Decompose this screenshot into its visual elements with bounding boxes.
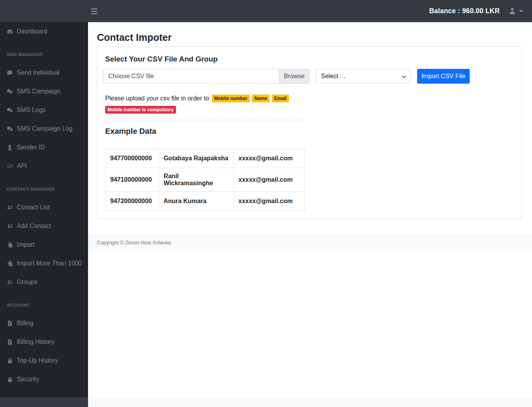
svg-text:$: $	[9, 341, 11, 344]
sidebar-item-label: API	[17, 161, 82, 171]
lock-icon	[6, 358, 14, 364]
sidebar-item-label: Send Individual	[17, 68, 82, 77]
chevron-down-icon	[402, 74, 407, 81]
page-title: Contact Impoter	[97, 33, 522, 42]
sidebar-item-label: Groups	[17, 277, 82, 287]
user-secret-icon	[6, 144, 14, 151]
sidebar-item-label: Add Contact	[17, 221, 82, 231]
sidebar-item-contact-list[interactable]: Contact List	[0, 198, 88, 217]
hint-text: Please upload your csv file in order to	[105, 95, 209, 102]
users-icon	[6, 204, 14, 211]
order-badge: Email	[272, 95, 289, 102]
sidebar-section-header: CONTACT MANAGER	[0, 175, 88, 198]
sidebar-item-label: Top-Up History	[17, 356, 82, 365]
instructions-column: Please upload your csv file in order to …	[105, 95, 305, 211]
sidebar-item-label: Sender ID	[17, 143, 82, 152]
table-cell: 947100000000	[106, 168, 159, 192]
sidebar-item-import-more-than-1000[interactable]: Import More Than 1000	[0, 254, 88, 273]
caret-down-icon	[519, 10, 523, 12]
table-cell: 947200000000	[106, 192, 159, 211]
topbar: Balance : 960.00 LKR	[0, 0, 532, 22]
users-icon	[6, 223, 14, 230]
group-select[interactable]: Select . .	[316, 69, 411, 84]
sidebar-item-add-contact[interactable]: Add Contact	[0, 217, 88, 235]
sidebar-item-send-individual[interactable]: Send Individual	[0, 63, 88, 82]
group-select-value: Select . .	[321, 73, 345, 80]
browse-button[interactable]: Browse	[279, 69, 309, 83]
sidebar-item-security[interactable]: Security	[0, 370, 88, 389]
comments-icon	[6, 126, 14, 132]
file-import-icon	[6, 242, 14, 248]
main-area: Contact Impoter Select Your CSV File And…	[88, 22, 532, 397]
sidebar-item-billing-history[interactable]: $Billing History	[0, 333, 88, 351]
lock-icon	[6, 376, 14, 383]
bars-icon	[91, 13, 97, 14]
table-cell: xxxxx@gmail.com	[234, 192, 305, 211]
table-cell: Gotabaya Rajapaksha	[159, 149, 233, 168]
user-icon	[508, 7, 516, 15]
users-cog-icon	[6, 279, 14, 286]
file-import-icon	[6, 260, 14, 267]
sidebar-item-dashboard[interactable]: Dashboard	[0, 22, 88, 41]
sidebar-item-label: Import More Than 1000	[17, 259, 82, 268]
sidebar-item-sender-id[interactable]: Sender ID	[0, 138, 88, 157]
sidebar-item-billing[interactable]: $Billing	[0, 314, 88, 333]
file-invoice-icon: $	[6, 320, 14, 327]
import-card: Select Your CSV File And Group Choose CS…	[97, 46, 522, 219]
example-data-heading: Example Data	[105, 126, 305, 136]
warning-line: Mobile number is compulsory	[105, 106, 305, 114]
comments-icon	[6, 88, 14, 95]
sidebar-footer-strip	[0, 397, 88, 407]
sidebar-item-sms-campaign-log[interactable]: SMS Campaign Log	[0, 119, 88, 138]
menu-toggle-button[interactable]	[91, 9, 97, 14]
table-cell: xxxxx@gmail.com	[234, 168, 305, 192]
app-screen: Balance : 960.00 LKR DashboardSMS MANAGE…	[0, 0, 532, 407]
divider	[105, 120, 305, 120]
sidebar-item-label: SMS Logs	[17, 105, 82, 115]
comment-icon	[6, 70, 14, 76]
table-row: 947100000000Ranil Wickramasinghexxxxx@gm…	[106, 168, 305, 192]
comments-icon	[6, 107, 14, 114]
file-invoice-icon: $	[6, 339, 14, 346]
hint-line: Please upload your csv file in order to …	[105, 95, 305, 102]
table-cell: Anura Kumara	[159, 192, 233, 211]
dashboard-icon	[6, 28, 14, 35]
svg-text:$: $	[9, 323, 11, 326]
sidebar-section-header: ACCOUNT	[0, 291, 88, 314]
table-row: 947200000000Anura Kumaraxxxxx@gmail.com	[106, 192, 305, 211]
sidebar-item-sms-logs[interactable]: SMS Logs	[0, 101, 88, 119]
csv-file-placeholder: Choose CSV file	[104, 69, 280, 83]
sidebar-item-label: Billing	[17, 319, 82, 328]
csv-file-input[interactable]: Choose CSV file Browse	[103, 69, 310, 84]
table-cell: 947700000000	[106, 149, 159, 168]
code-icon	[6, 163, 14, 170]
sidebar-nav: DashboardSMS MANAGERSend IndividualSMS C…	[0, 22, 88, 397]
sidebar-item-label: Security	[17, 375, 82, 384]
sidebar-item-sms-campaign[interactable]: SMS Campaign	[0, 82, 88, 101]
bars-icon	[91, 9, 97, 9]
order-badges: Mobile numberNameEmail	[212, 95, 289, 102]
order-badge: Mobile number	[212, 95, 250, 102]
copyright-text: Copyright © Zircon Host Srilanka	[97, 240, 171, 246]
page-bottom-strip	[88, 397, 532, 407]
sidebar-item-api[interactable]: API	[0, 157, 88, 175]
sidebar-item-import[interactable]: Import	[0, 235, 88, 254]
sidebar-section-header: SMS MANAGER	[0, 41, 88, 63]
example-table-body: 947700000000Gotabaya Rajapakshaxxxxx@gma…	[106, 149, 305, 211]
warning-badge: Mobile number is compulsory	[105, 106, 176, 114]
topbar-right: Balance : 960.00 LKR	[429, 7, 532, 15]
main-content: Contact Impoter Select Your CSV File And…	[88, 22, 532, 234]
table-row: 947700000000Gotabaya Rajapakshaxxxxx@gma…	[106, 149, 305, 168]
bars-icon	[91, 11, 97, 12]
sidebar-item-label: Billing History	[17, 337, 82, 347]
import-csv-button[interactable]: Import CSV File	[417, 69, 470, 84]
import-form-row: Choose CSV file Browse Select . . Import…	[103, 69, 514, 84]
sidebar-item-label: SMS Campaign	[17, 87, 82, 96]
sidebar-item-top-up-history[interactable]: Top-Up History	[0, 351, 88, 370]
page-footer: Copyright © Zircon Host Srilanka	[88, 234, 532, 251]
user-menu-toggle[interactable]	[508, 7, 523, 15]
card-title: Select Your CSV File And Group	[105, 54, 514, 63]
balance-label: Balance : 960.00 LKR	[429, 7, 500, 15]
sidebar-item-groups[interactable]: Groups	[0, 273, 88, 291]
sidebar-item-label: Import	[17, 240, 82, 249]
